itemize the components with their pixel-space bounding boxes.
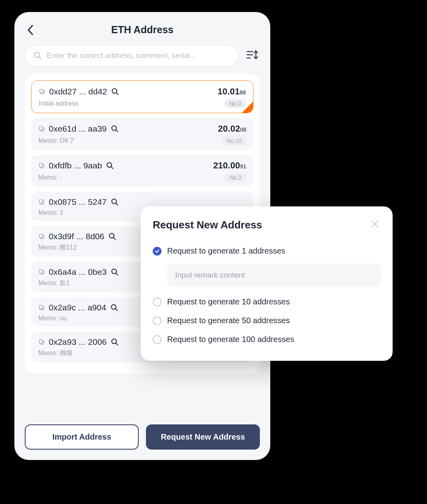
close-icon [371, 220, 379, 228]
modal-close-button[interactable] [369, 218, 381, 231]
svg-rect-34 [39, 340, 43, 343]
search-address-icon[interactable] [108, 232, 116, 240]
generate-option[interactable]: Request to generate 10 addresses [153, 292, 381, 311]
search-address-icon[interactable] [106, 162, 114, 170]
search-address-icon[interactable] [111, 268, 119, 276]
option-label: Request to generate 100 addresses [167, 335, 294, 344]
memo-text: Memo: 哦哦 [38, 349, 72, 358]
search-address-icon[interactable] [110, 304, 118, 312]
search-address-icon[interactable] [111, 338, 119, 346]
option-label: Request to generate 10 addresses [167, 297, 290, 306]
import-address-button[interactable]: Import Address [25, 424, 139, 450]
address-text: 0x2a93 ... 2006 [49, 337, 107, 347]
memo-text: Memo: OK了 [38, 137, 75, 145]
copy-icon[interactable] [38, 269, 45, 275]
address-text: 0x2a9c ... a904 [49, 303, 106, 312]
address-item[interactable]: 0xfdfb ... 9aab210.0091Memo: -No.2 [31, 155, 253, 187]
search-address-icon[interactable] [111, 125, 119, 133]
svg-rect-6 [40, 89, 43, 93]
svg-rect-26 [39, 270, 43, 273]
svg-line-8 [116, 93, 118, 95]
search-address-icon[interactable] [111, 198, 119, 206]
svg-rect-14 [39, 163, 43, 167]
radio-checked-icon[interactable] [153, 247, 162, 256]
svg-line-36 [116, 343, 118, 345]
svg-line-20 [116, 203, 118, 205]
memo-text: Memo: 2 [38, 209, 63, 216]
sort-icon [246, 49, 258, 60]
remark-input-wrap [167, 264, 381, 287]
svg-line-32 [116, 309, 118, 311]
request-new-address-modal: Request New Address Request to generate … [141, 206, 393, 361]
copy-icon[interactable] [39, 88, 45, 95]
svg-rect-10 [39, 126, 43, 130]
address-text: 0xe61d ... aa39 [49, 124, 107, 134]
search-address-icon[interactable] [111, 88, 119, 96]
radio-unchecked-icon[interactable] [153, 316, 162, 325]
copy-icon[interactable] [38, 339, 45, 345]
remark-input[interactable] [175, 271, 373, 280]
svg-rect-22 [39, 234, 43, 238]
generate-option[interactable]: Request to generate 50 addresses [153, 311, 381, 330]
address-text: 0xdd27 ... dd42 [49, 87, 107, 96]
header: ETH Address [25, 24, 260, 36]
balance: 10.0188 [217, 86, 246, 97]
address-text: 0x3d9f ... 8d06 [49, 232, 104, 241]
sort-button[interactable] [245, 48, 260, 64]
serial-badge: No.2 [225, 173, 246, 182]
search-icon [33, 51, 42, 60]
copy-icon[interactable] [38, 304, 45, 311]
memo-text: Memo: uu [38, 315, 67, 322]
copy-icon[interactable] [38, 199, 45, 205]
svg-rect-30 [39, 305, 43, 309]
copy-icon[interactable] [38, 126, 45, 132]
modal-title: Request New Address [153, 219, 262, 231]
svg-line-12 [116, 130, 118, 132]
copy-icon[interactable] [38, 233, 45, 240]
radio-unchecked-icon[interactable] [153, 335, 162, 344]
memo-text: Memo: - [38, 174, 62, 181]
balance: 20.0208 [218, 124, 246, 134]
svg-line-24 [114, 238, 116, 240]
svg-line-28 [116, 273, 118, 275]
request-new-address-button[interactable]: Request New Address [146, 424, 260, 450]
chevron-left-icon [27, 25, 34, 35]
option-label: Request to generate 50 addresses [167, 316, 290, 325]
memo-text: Memo: 圈112 [38, 244, 77, 252]
page-title: ETH Address [111, 24, 174, 36]
generate-option[interactable]: Request to generate 1 addresses [153, 242, 381, 260]
serial-badge: No.0 [224, 99, 246, 108]
address-item[interactable]: 0xe61d ... aa3920.0208Memo: OK了No.10 [31, 118, 253, 150]
address-text: 0xfdfb ... 9aab [49, 161, 102, 170]
svg-line-1 [39, 57, 41, 59]
address-item[interactable]: 0xdd27 ... dd4210.0188Initial addressNo.… [31, 80, 253, 113]
copy-icon[interactable] [38, 162, 45, 169]
search-input[interactable] [47, 51, 230, 60]
address-text: 0x0875 ... 5247 [49, 197, 107, 207]
option-label: Request to generate 1 addresses [167, 246, 285, 256]
modal-header: Request New Address [153, 218, 381, 231]
svg-line-16 [111, 167, 113, 169]
svg-rect-18 [39, 200, 43, 203]
balance: 210.0091 [213, 160, 246, 171]
address-text: 0x6a4a ... 0be3 [49, 267, 107, 277]
generate-option[interactable]: Request to generate 100 addresses [153, 330, 381, 349]
bottom-bar: Import Address Request New Address [25, 418, 260, 450]
back-button[interactable] [25, 22, 36, 38]
radio-unchecked-icon[interactable] [153, 298, 162, 306]
memo-text: Memo: 新1 [38, 279, 70, 288]
serial-badge: No.10 [222, 136, 246, 145]
memo-text: Initial address [39, 100, 78, 107]
search-row [25, 45, 260, 66]
search-box[interactable] [25, 45, 238, 66]
